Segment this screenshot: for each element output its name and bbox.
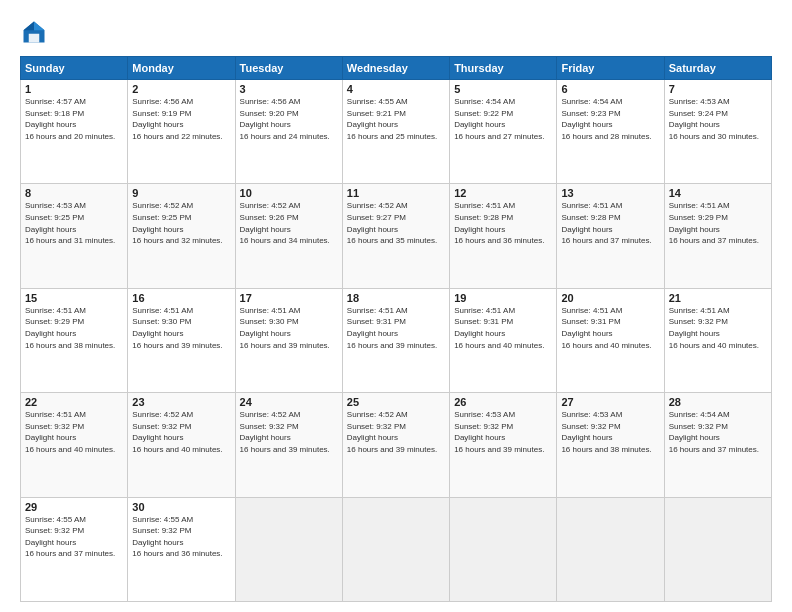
- calendar-cell: 15Sunrise: 4:51 AMSunset: 9:29 PMDayligh…: [21, 288, 128, 392]
- svg-marker-1: [34, 22, 45, 31]
- calendar-table: SundayMondayTuesdayWednesdayThursdayFrid…: [20, 56, 772, 602]
- day-number: 24: [240, 396, 338, 408]
- day-number: 29: [25, 501, 123, 513]
- day-number: 18: [347, 292, 445, 304]
- calendar-cell: 23Sunrise: 4:52 AMSunset: 9:32 PMDayligh…: [128, 393, 235, 497]
- logo-icon: [20, 18, 48, 46]
- calendar-cell: 28Sunrise: 4:54 AMSunset: 9:32 PMDayligh…: [664, 393, 771, 497]
- page: SundayMondayTuesdayWednesdayThursdayFrid…: [0, 0, 792, 612]
- day-info: Sunrise: 4:56 AMSunset: 9:19 PMDaylight …: [132, 97, 222, 141]
- day-number: 4: [347, 83, 445, 95]
- day-info: Sunrise: 4:53 AMSunset: 9:24 PMDaylight …: [669, 97, 759, 141]
- calendar-cell: 1Sunrise: 4:57 AMSunset: 9:18 PMDaylight…: [21, 80, 128, 184]
- day-number: 11: [347, 187, 445, 199]
- day-number: 9: [132, 187, 230, 199]
- calendar-cell: [450, 497, 557, 601]
- day-info: Sunrise: 4:51 AMSunset: 9:28 PMDaylight …: [561, 201, 651, 245]
- day-number: 28: [669, 396, 767, 408]
- calendar-row-2: 8Sunrise: 4:53 AMSunset: 9:25 PMDaylight…: [21, 184, 772, 288]
- day-info: Sunrise: 4:51 AMSunset: 9:30 PMDaylight …: [132, 306, 222, 350]
- weekday-header-row: SundayMondayTuesdayWednesdayThursdayFrid…: [21, 57, 772, 80]
- day-number: 19: [454, 292, 552, 304]
- calendar-cell: 4Sunrise: 4:55 AMSunset: 9:21 PMDaylight…: [342, 80, 449, 184]
- day-info: Sunrise: 4:51 AMSunset: 9:31 PMDaylight …: [561, 306, 651, 350]
- calendar-cell: 10Sunrise: 4:52 AMSunset: 9:26 PMDayligh…: [235, 184, 342, 288]
- calendar-cell: 9Sunrise: 4:52 AMSunset: 9:25 PMDaylight…: [128, 184, 235, 288]
- calendar-cell: 11Sunrise: 4:52 AMSunset: 9:27 PMDayligh…: [342, 184, 449, 288]
- weekday-header-saturday: Saturday: [664, 57, 771, 80]
- weekday-header-wednesday: Wednesday: [342, 57, 449, 80]
- calendar-cell: 26Sunrise: 4:53 AMSunset: 9:32 PMDayligh…: [450, 393, 557, 497]
- svg-marker-2: [24, 22, 35, 31]
- day-number: 17: [240, 292, 338, 304]
- day-number: 5: [454, 83, 552, 95]
- day-info: Sunrise: 4:56 AMSunset: 9:20 PMDaylight …: [240, 97, 330, 141]
- day-number: 3: [240, 83, 338, 95]
- day-number: 16: [132, 292, 230, 304]
- day-number: 21: [669, 292, 767, 304]
- weekday-header-monday: Monday: [128, 57, 235, 80]
- day-info: Sunrise: 4:54 AMSunset: 9:23 PMDaylight …: [561, 97, 651, 141]
- calendar-cell: 8Sunrise: 4:53 AMSunset: 9:25 PMDaylight…: [21, 184, 128, 288]
- day-info: Sunrise: 4:54 AMSunset: 9:32 PMDaylight …: [669, 410, 759, 454]
- calendar-cell: 7Sunrise: 4:53 AMSunset: 9:24 PMDaylight…: [664, 80, 771, 184]
- calendar-cell: 21Sunrise: 4:51 AMSunset: 9:32 PMDayligh…: [664, 288, 771, 392]
- day-info: Sunrise: 4:51 AMSunset: 9:29 PMDaylight …: [25, 306, 115, 350]
- calendar-row-1: 1Sunrise: 4:57 AMSunset: 9:18 PMDaylight…: [21, 80, 772, 184]
- day-info: Sunrise: 4:51 AMSunset: 9:30 PMDaylight …: [240, 306, 330, 350]
- calendar-cell: 29Sunrise: 4:55 AMSunset: 9:32 PMDayligh…: [21, 497, 128, 601]
- day-number: 14: [669, 187, 767, 199]
- day-number: 6: [561, 83, 659, 95]
- day-info: Sunrise: 4:53 AMSunset: 9:32 PMDaylight …: [454, 410, 544, 454]
- day-info: Sunrise: 4:55 AMSunset: 9:32 PMDaylight …: [25, 515, 115, 559]
- day-info: Sunrise: 4:52 AMSunset: 9:32 PMDaylight …: [240, 410, 330, 454]
- calendar-cell: [557, 497, 664, 601]
- day-info: Sunrise: 4:55 AMSunset: 9:21 PMDaylight …: [347, 97, 437, 141]
- day-number: 27: [561, 396, 659, 408]
- calendar-cell: 14Sunrise: 4:51 AMSunset: 9:29 PMDayligh…: [664, 184, 771, 288]
- day-info: Sunrise: 4:53 AMSunset: 9:25 PMDaylight …: [25, 201, 115, 245]
- calendar-cell: 16Sunrise: 4:51 AMSunset: 9:30 PMDayligh…: [128, 288, 235, 392]
- day-info: Sunrise: 4:52 AMSunset: 9:26 PMDaylight …: [240, 201, 330, 245]
- day-info: Sunrise: 4:52 AMSunset: 9:32 PMDaylight …: [132, 410, 222, 454]
- calendar-cell: 30Sunrise: 4:55 AMSunset: 9:32 PMDayligh…: [128, 497, 235, 601]
- day-number: 12: [454, 187, 552, 199]
- day-info: Sunrise: 4:51 AMSunset: 9:29 PMDaylight …: [669, 201, 759, 245]
- day-number: 1: [25, 83, 123, 95]
- day-number: 20: [561, 292, 659, 304]
- calendar-cell: 12Sunrise: 4:51 AMSunset: 9:28 PMDayligh…: [450, 184, 557, 288]
- calendar-cell: 24Sunrise: 4:52 AMSunset: 9:32 PMDayligh…: [235, 393, 342, 497]
- calendar-cell: 6Sunrise: 4:54 AMSunset: 9:23 PMDaylight…: [557, 80, 664, 184]
- day-number: 30: [132, 501, 230, 513]
- day-number: 25: [347, 396, 445, 408]
- calendar-cell: 20Sunrise: 4:51 AMSunset: 9:31 PMDayligh…: [557, 288, 664, 392]
- day-number: 23: [132, 396, 230, 408]
- day-number: 15: [25, 292, 123, 304]
- header: [20, 18, 772, 46]
- day-info: Sunrise: 4:52 AMSunset: 9:25 PMDaylight …: [132, 201, 222, 245]
- day-number: 10: [240, 187, 338, 199]
- calendar-cell: 2Sunrise: 4:56 AMSunset: 9:19 PMDaylight…: [128, 80, 235, 184]
- calendar-cell: 22Sunrise: 4:51 AMSunset: 9:32 PMDayligh…: [21, 393, 128, 497]
- calendar-cell: 27Sunrise: 4:53 AMSunset: 9:32 PMDayligh…: [557, 393, 664, 497]
- calendar-cell: 18Sunrise: 4:51 AMSunset: 9:31 PMDayligh…: [342, 288, 449, 392]
- day-number: 7: [669, 83, 767, 95]
- day-info: Sunrise: 4:51 AMSunset: 9:28 PMDaylight …: [454, 201, 544, 245]
- calendar-row-5: 29Sunrise: 4:55 AMSunset: 9:32 PMDayligh…: [21, 497, 772, 601]
- calendar-cell: [664, 497, 771, 601]
- day-info: Sunrise: 4:51 AMSunset: 9:32 PMDaylight …: [669, 306, 759, 350]
- day-number: 26: [454, 396, 552, 408]
- weekday-header-friday: Friday: [557, 57, 664, 80]
- day-info: Sunrise: 4:51 AMSunset: 9:32 PMDaylight …: [25, 410, 115, 454]
- calendar-cell: 13Sunrise: 4:51 AMSunset: 9:28 PMDayligh…: [557, 184, 664, 288]
- day-info: Sunrise: 4:53 AMSunset: 9:32 PMDaylight …: [561, 410, 651, 454]
- day-info: Sunrise: 4:51 AMSunset: 9:31 PMDaylight …: [454, 306, 544, 350]
- day-info: Sunrise: 4:51 AMSunset: 9:31 PMDaylight …: [347, 306, 437, 350]
- calendar-cell: 17Sunrise: 4:51 AMSunset: 9:30 PMDayligh…: [235, 288, 342, 392]
- day-info: Sunrise: 4:54 AMSunset: 9:22 PMDaylight …: [454, 97, 544, 141]
- calendar-cell: 19Sunrise: 4:51 AMSunset: 9:31 PMDayligh…: [450, 288, 557, 392]
- calendar-cell: 25Sunrise: 4:52 AMSunset: 9:32 PMDayligh…: [342, 393, 449, 497]
- day-number: 13: [561, 187, 659, 199]
- weekday-header-tuesday: Tuesday: [235, 57, 342, 80]
- calendar-row-4: 22Sunrise: 4:51 AMSunset: 9:32 PMDayligh…: [21, 393, 772, 497]
